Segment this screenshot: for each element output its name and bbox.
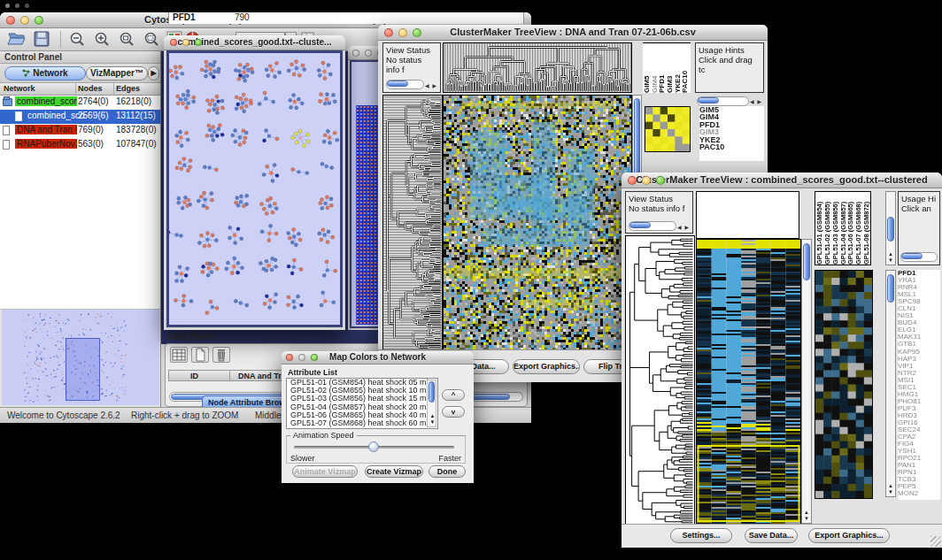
tv2-zoom-vscrollbar[interactable]: ▲▼ — [885, 270, 896, 497]
save-data-button[interactable]: Save Data... — [745, 528, 798, 543]
tv2-collabel-scrollbar[interactable]: ▲▼ — [885, 191, 896, 265]
table-grid-icon[interactable] — [170, 347, 188, 363]
minimize-icon[interactable] — [298, 354, 305, 361]
zoom-in-icon[interactable] — [94, 31, 115, 49]
zoom-window-icon[interactable] — [656, 176, 665, 185]
network-list-item[interactable]: RNAPuberNov2+ 563(0) 107847(0) — [0, 138, 160, 152]
row-label[interactable]: BUD4 — [898, 319, 940, 326]
row-label[interactable]: GPI16 — [898, 419, 940, 426]
tv2-titlebar[interactable]: ClusterMaker TreeView : combined_scores_… — [622, 173, 942, 188]
row-label[interactable]: CLN1 — [898, 305, 940, 312]
zoom-window-icon[interactable] — [311, 354, 318, 361]
row-label[interactable]: MSI1 — [898, 377, 940, 384]
tv2-status-scrollbar[interactable]: ◀ ▶ — [629, 221, 690, 231]
row-label[interactable]: GIM5 — [699, 106, 764, 113]
row-label[interactable]: PHO81 — [898, 398, 940, 405]
zoom-window-icon[interactable] — [413, 28, 421, 37]
list-vscrollbar[interactable]: ▲▼ — [427, 380, 436, 427]
network-list-item[interactable]: combined_sco 2569(6) 13112(15) — [0, 110, 160, 124]
speed-slider-thumb[interactable] — [368, 441, 379, 452]
row-label[interactable]: RPN1 — [898, 469, 940, 476]
close-icon[interactable] — [170, 39, 177, 46]
row-label[interactable]: MSL1 — [898, 291, 940, 298]
export-graphics-button[interactable]: Export Graphics... — [808, 528, 890, 543]
row-label[interactable]: TCB3 — [898, 476, 940, 483]
minimize-icon[interactable] — [642, 176, 651, 185]
row-label[interactable]: GIM4 — [699, 113, 764, 120]
minimize-icon[interactable] — [20, 16, 29, 25]
row-label[interactable]: MAK31 — [898, 334, 940, 341]
settings-button[interactable]: Settings... — [670, 528, 732, 543]
network-list-item[interactable]: combined_scores 2764(0) 16218(0) — [0, 96, 160, 110]
tv2-heatmap[interactable] — [696, 239, 801, 525]
open-file-icon[interactable] — [7, 31, 28, 49]
row-label[interactable]: PAN1 — [898, 462, 940, 469]
move-up-button[interactable]: ^ — [442, 389, 465, 401]
column-label[interactable]: GPL51-07 (GSM868) — [854, 192, 862, 265]
attribute-list-item[interactable]: GPL51-07 (GSM868) heat shock 60 min — [289, 419, 437, 427]
data-table-row[interactable]: PFD1 790 — [168, 12, 524, 24]
tab-vizmapper[interactable]: VizMapper™ — [86, 66, 148, 81]
close-icon[interactable] — [6, 16, 15, 25]
row-label[interactable]: CPA2 — [898, 433, 940, 441]
resize-grip[interactable] — [930, 536, 941, 547]
close-icon[interactable] — [286, 354, 293, 361]
zoom-out-icon[interactable] — [69, 31, 90, 49]
row-label[interactable]: YSH1 — [898, 448, 940, 455]
column-label[interactable]: PAC10 — [681, 43, 689, 93]
export-graphics-button[interactable]: Export Graphics... — [513, 359, 580, 374]
row-label[interactable]: HRD3 — [898, 412, 940, 419]
row-label[interactable]: HAP3 — [898, 356, 940, 363]
minimize-icon[interactable] — [182, 39, 189, 46]
column-label[interactable]: GPL51-08 (GSM872) — [862, 192, 870, 265]
row-label[interactable]: PUF3 — [898, 405, 940, 412]
close-icon[interactable] — [384, 28, 393, 37]
create-vizmap-button[interactable]: Create Vizmap — [365, 465, 423, 478]
network-view-2[interactable] — [356, 105, 381, 325]
minimize-icon[interactable] — [398, 28, 407, 37]
row-label[interactable]: VIP1 — [898, 363, 940, 370]
tv1-zoom-heatmap[interactable] — [645, 106, 691, 152]
row-label[interactable]: RNR4 — [898, 284, 940, 291]
tv1-usage-scrollbar[interactable]: ◀ ▶ — [697, 96, 762, 106]
row-label[interactable]: NTR2 — [898, 370, 940, 377]
row-label[interactable]: KAP95 — [898, 349, 940, 356]
tv1-row-dendrogram[interactable] — [382, 95, 443, 351]
row-label[interactable]: PEP5 — [898, 483, 940, 490]
row-label[interactable]: NIS1 — [898, 312, 940, 319]
row-label[interactable]: GIM3 — [699, 128, 764, 135]
row-label[interactable]: RPO21 — [898, 455, 940, 462]
animate-vizmap-button[interactable]: Animate Vizmap — [292, 465, 358, 478]
row-label[interactable]: MON2 — [898, 490, 940, 497]
row-label[interactable]: PFD1 — [699, 121, 764, 128]
column-label[interactable]: GPL51-01 (GSM854) — [815, 192, 823, 265]
zoom-selected-icon[interactable] — [119, 31, 140, 49]
close-icon[interactable] — [352, 50, 359, 57]
network-list-item[interactable]: DNA and Tran 07 769(0) 183728(0) — [0, 124, 160, 138]
move-down-button[interactable]: v — [442, 406, 465, 418]
column-label[interactable]: GPL51-02 (GSM855) — [823, 192, 831, 265]
delete-trash-icon[interactable] — [212, 347, 230, 363]
new-attribute-icon[interactable] — [191, 347, 209, 363]
column-label[interactable]: GIM3 — [666, 43, 674, 93]
attribute-list[interactable]: GPL51-01 (GSM854) heat shock 05 minGPL51… — [286, 378, 438, 429]
column-label[interactable]: GPL51-03 (GSM856) — [831, 192, 839, 265]
vscroll-thumb[interactable] — [803, 243, 810, 280]
row-label[interactable]: FIG4 — [898, 441, 940, 448]
tv1-column-dendrogram[interactable] — [443, 42, 632, 93]
tv2-zoom-heatmap[interactable] — [815, 270, 873, 499]
row-label[interactable]: YKE2 — [699, 136, 764, 143]
zoom-fit-icon[interactable] — [143, 31, 165, 49]
row-label[interactable]: PAC10 — [699, 143, 764, 150]
row-label[interactable]: SPC98 — [898, 298, 940, 305]
tv2-heatmap-vscrollbar[interactable]: ▲▼ — [801, 239, 812, 524]
row-label[interactable]: HMG1 — [898, 391, 940, 398]
row-label[interactable]: ELG1 — [898, 326, 940, 334]
row-label[interactable]: SEC24 — [898, 426, 940, 433]
network-view-1[interactable] — [166, 50, 343, 327]
tv2-usage-scrollbar[interactable] — [900, 252, 938, 262]
tv1-heatmap[interactable] — [443, 95, 632, 351]
tv2-column-dendrogram-area[interactable] — [696, 191, 799, 239]
done-button[interactable]: Done — [429, 465, 466, 478]
birdseye-view[interactable] — [2, 310, 159, 405]
